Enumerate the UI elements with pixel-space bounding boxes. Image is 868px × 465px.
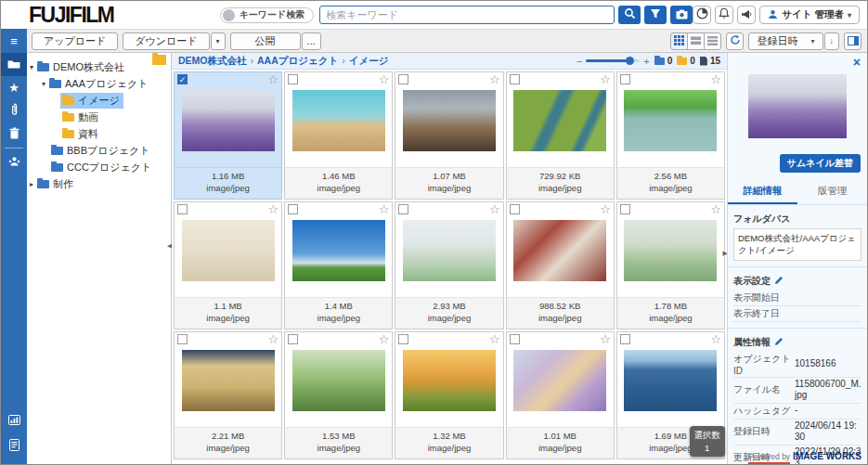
sort-field-select[interactable]: 登録日時 ▾: [748, 32, 823, 50]
thumbnail-image[interactable]: [182, 350, 275, 411]
thumbnail-image[interactable]: [624, 90, 717, 151]
thumbnail-image[interactable]: [292, 90, 385, 151]
item-checkbox[interactable]: ✓: [177, 74, 188, 84]
thumbnail-image[interactable]: [292, 220, 385, 281]
edit-pencil-icon[interactable]: [774, 276, 784, 287]
item-checkbox[interactable]: [510, 204, 520, 214]
tree-expand-icon[interactable]: ▾: [42, 80, 45, 88]
publish-button[interactable]: 公開: [230, 32, 301, 50]
nav-folders-button[interactable]: [1, 53, 27, 76]
thumbnail-image[interactable]: [292, 350, 385, 411]
thumbnail-image[interactable]: [513, 220, 606, 281]
thumbnail-image[interactable]: [403, 220, 496, 281]
thumbnail-image[interactable]: [624, 350, 717, 411]
notifications-button[interactable]: [715, 6, 733, 24]
favorite-star-icon[interactable]: ☆: [489, 204, 500, 215]
asset-card[interactable]: ☆ 2.56 MBimage/jpeg: [616, 71, 725, 200]
asset-card[interactable]: ☆ 1.78 MBimage/jpeg: [616, 201, 725, 329]
search-input[interactable]: [319, 6, 615, 24]
thumbnail-image[interactable]: [403, 350, 496, 411]
asset-card[interactable]: ☆ 988.52 KBimage/jpeg: [506, 201, 615, 329]
asset-card[interactable]: ☆ 1.07 MBimage/jpeg: [395, 71, 503, 200]
replace-thumbnail-button[interactable]: サムネイル差替: [780, 154, 861, 173]
tree-item-documents[interactable]: 資料: [27, 125, 171, 142]
item-checkbox[interactable]: [398, 74, 408, 84]
asset-card[interactable]: ☆ 2.21 MBimage/jpeg: [174, 331, 282, 459]
panel-toggle-button[interactable]: [844, 32, 862, 50]
item-checkbox[interactable]: [398, 334, 408, 344]
menu-toggle-button[interactable]: ≡: [1, 29, 27, 53]
asset-card[interactable]: ☆ 729.92 KBimage/jpeg: [506, 71, 615, 200]
usage-button[interactable]: [693, 6, 711, 24]
edit-pencil-icon[interactable]: [774, 337, 784, 348]
tree-item-videos[interactable]: 動画: [27, 109, 171, 125]
image-search-button[interactable]: [670, 6, 693, 24]
asset-card[interactable]: ☆ 1.53 MBimage/jpeg: [284, 331, 393, 459]
favorite-star-icon[interactable]: ☆: [710, 334, 721, 345]
tree-expand-icon[interactable]: ▸: [30, 180, 33, 188]
tree-item-images[interactable]: イメージ: [27, 92, 171, 109]
tree-item-production[interactable]: ▸ 制作: [27, 175, 171, 192]
download-dropdown-button[interactable]: ▾: [211, 32, 226, 50]
item-checkbox[interactable]: [620, 204, 630, 214]
user-menu-button[interactable]: サイト 管理者 ▾: [759, 6, 860, 24]
new-folder-button[interactable]: [152, 55, 166, 67]
more-actions-button[interactable]: ...: [302, 32, 321, 50]
close-icon[interactable]: ×: [853, 56, 861, 69]
item-checkbox[interactable]: [288, 204, 298, 214]
search-button[interactable]: [618, 6, 641, 24]
favorite-star-icon[interactable]: ☆: [489, 334, 500, 345]
item-checkbox[interactable]: [177, 334, 188, 344]
item-checkbox[interactable]: [288, 74, 298, 84]
asset-card[interactable]: ☆ 1.1 MBimage/jpeg: [174, 201, 282, 329]
item-checkbox[interactable]: [510, 334, 520, 344]
breadcrumb-company[interactable]: DEMO株式会社: [178, 55, 247, 66]
tree-item-aaa-project[interactable]: ▾ AAAプロジェクト: [27, 75, 171, 92]
asset-card[interactable]: ✓☆ 1.16 MBimage/jpeg: [174, 71, 282, 200]
tree-item-bbb-project[interactable]: BBBプロジェクト: [27, 142, 171, 159]
favorite-star-icon[interactable]: ☆: [268, 74, 279, 85]
keyword-search-toggle[interactable]: キーワード検索: [220, 7, 315, 23]
usage-chart-button[interactable]: [8, 412, 20, 429]
nav-favorites-button[interactable]: ★: [1, 76, 27, 99]
tab-version-management[interactable]: 版管理: [797, 181, 867, 204]
refresh-button[interactable]: [726, 32, 744, 50]
favorite-star-icon[interactable]: ☆: [600, 204, 611, 215]
manual-button[interactable]: [9, 438, 19, 455]
favorite-star-icon[interactable]: ☆: [600, 334, 611, 345]
favorite-star-icon[interactable]: ☆: [379, 334, 390, 345]
zoom-in-button[interactable]: +: [643, 56, 649, 67]
nav-clips-button[interactable]: [1, 99, 27, 123]
asset-card[interactable]: ☆ 1.32 MBimage/jpeg: [395, 331, 503, 459]
favorite-star-icon[interactable]: ☆: [379, 204, 390, 215]
medium-list-view-button[interactable]: [687, 32, 705, 50]
asset-card[interactable]: ☆ 2.93 MBimage/jpeg: [395, 201, 503, 329]
tree-item-ccc-project[interactable]: CCCプロジェクト: [27, 159, 171, 175]
item-checkbox[interactable]: [288, 334, 298, 344]
favorite-star-icon[interactable]: ☆: [489, 74, 500, 85]
zoom-slider-knob[interactable]: [626, 57, 634, 65]
item-checkbox[interactable]: [398, 204, 408, 214]
breadcrumb-project[interactable]: AAAプロジェクト: [257, 55, 338, 66]
favorite-star-icon[interactable]: ☆: [710, 204, 721, 215]
asset-card[interactable]: ☆ 1.01 MBimage/jpeg: [506, 331, 615, 459]
thumbnail-image[interactable]: [403, 90, 496, 151]
nav-trash-button[interactable]: [1, 123, 27, 146]
nav-workflow-button[interactable]: [1, 150, 27, 174]
download-button[interactable]: ダウンロード: [123, 32, 209, 50]
announcements-button[interactable]: [737, 6, 756, 24]
favorite-star-icon[interactable]: ☆: [268, 204, 279, 215]
tree-expand-icon[interactable]: ▾: [30, 63, 33, 71]
item-checkbox[interactable]: [177, 204, 188, 214]
thumbnail-image[interactable]: [182, 220, 275, 281]
list-view-button[interactable]: [704, 32, 721, 50]
zoom-out-button[interactable]: −: [577, 56, 582, 67]
zoom-slider-track[interactable]: [586, 59, 640, 62]
thumbnail-image[interactable]: [513, 350, 606, 411]
asset-card[interactable]: ☆ 1.4 MBimage/jpeg: [284, 201, 393, 329]
item-checkbox[interactable]: [620, 334, 630, 344]
thumbnail-image[interactable]: [624, 220, 717, 281]
thumbnail-image[interactable]: [513, 90, 606, 151]
favorite-star-icon[interactable]: ☆: [379, 74, 390, 85]
favorite-star-icon[interactable]: ☆: [268, 334, 279, 345]
